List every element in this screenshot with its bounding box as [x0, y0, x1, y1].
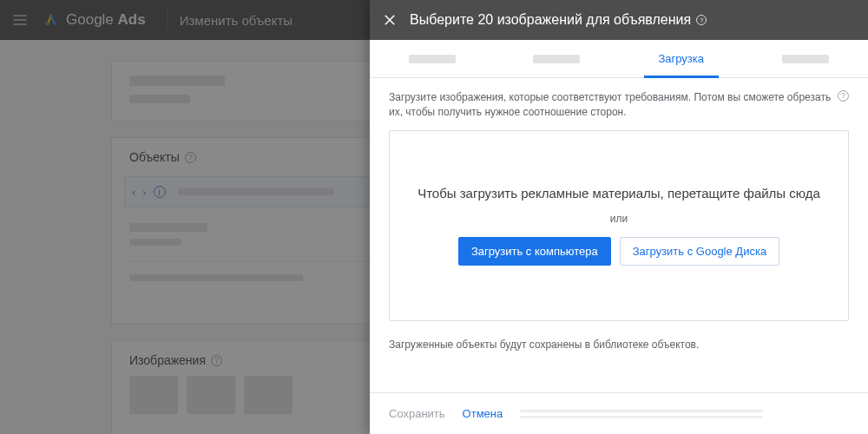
upload-dropzone[interactable]: Чтобы загрузить рекламные материалы, пер…	[389, 130, 849, 321]
tab-placeholder-1[interactable]	[370, 40, 495, 77]
library-note: Загруженные объекты будут сохранены в би…	[389, 339, 849, 351]
panel-tabs: Загрузка	[370, 40, 868, 78]
footer-placeholder-lines	[520, 410, 849, 418]
dropzone-or: или	[610, 213, 628, 225]
upload-from-computer-button[interactable]: Загрузить с компьютера	[458, 237, 611, 266]
tab-placeholder-2[interactable]	[495, 40, 620, 77]
panel-body: Загрузите изображения, которые соответст…	[370, 78, 868, 392]
upload-from-drive-button[interactable]: Загрузить с Google Диска	[620, 237, 779, 266]
image-picker-panel: Выберите 20 изображений для объявления ?…	[370, 0, 868, 434]
panel-header: Выберите 20 изображений для объявления ?	[370, 0, 868, 40]
upload-instruction: Загрузите изображения, которые соответст…	[389, 90, 849, 120]
help-icon[interactable]: ?	[838, 90, 849, 102]
dropzone-buttons: Загрузить с компьютера Загрузить с Googl…	[458, 237, 779, 266]
close-icon[interactable]	[382, 12, 398, 28]
panel-title: Выберите 20 изображений для объявления ?	[410, 12, 707, 28]
modal-scrim	[0, 0, 370, 434]
cancel-button[interactable]: Отмена	[463, 407, 503, 420]
save-button[interactable]: Сохранить	[389, 407, 445, 420]
panel-footer: Сохранить Отмена	[370, 392, 868, 434]
tab-placeholder-3[interactable]	[744, 40, 869, 77]
help-icon[interactable]: ?	[696, 15, 707, 25]
dropzone-headline: Чтобы загрузить рекламные материалы, пер…	[418, 186, 820, 201]
tab-upload[interactable]: Загрузка	[619, 40, 744, 77]
